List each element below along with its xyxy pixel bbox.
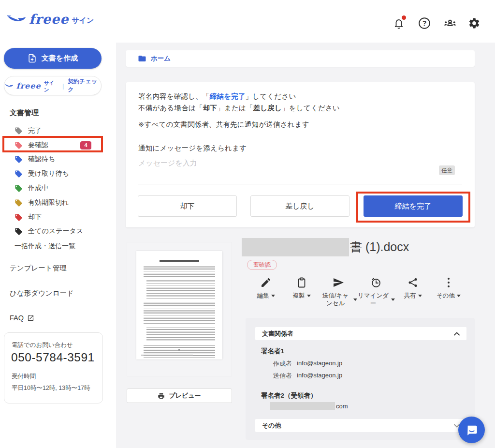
creator-row: 作成者 info@stageon.jp <box>273 359 342 368</box>
tag-icon <box>15 227 23 236</box>
complete-inline-link[interactable]: 締結を完了 <box>210 92 246 100</box>
contract-check-button[interactable]: freee サイン | 契約チェック <box>4 76 102 95</box>
participants-header-bar[interactable]: 文書関係者 <box>255 327 466 340</box>
complete-signing-button[interactable]: 締結を完了 <box>364 195 463 217</box>
redacted-document-title <box>242 238 349 256</box>
chat-widget-button[interactable] <box>458 417 485 443</box>
signing-notice-panel: 署名内容を確認し、「締結を完了」してください 不備がある場合は「却下」または「差… <box>126 82 475 227</box>
other-section-bar[interactable]: その他 <box>255 419 466 432</box>
reject-button[interactable]: 却下 <box>138 195 237 217</box>
status-badge-needs-review: 要確認 <box>247 260 277 270</box>
contact-hours-label: 受付時間 <box>12 373 36 381</box>
input-underline <box>138 184 462 184</box>
folder-icon <box>138 54 146 63</box>
sidebar-item-label: 有効期限切れ <box>28 198 69 207</box>
participants-section: 文書関係者 署名者1 作成者 info@stageon.jp 送信者 info@… <box>246 318 475 440</box>
sidebar-item-needs-review[interactable]: 要確認 4 <box>15 139 99 151</box>
return-button[interactable]: 差し戻し <box>250 195 349 217</box>
sidebar-item-label: 一括作成・送信一覧 <box>15 242 75 251</box>
sender-label: 送信者 <box>273 372 292 380</box>
members-icon <box>443 16 457 30</box>
contact-phone-number: 050-5784-3591 <box>11 351 95 364</box>
send-icon <box>333 277 344 288</box>
sidebar-item-expired[interactable]: 有効期限切れ <box>15 196 99 209</box>
chevron-down-icon <box>307 295 311 297</box>
external-link-icon <box>27 314 34 322</box>
thumbnail-title-line <box>160 260 200 262</box>
signer2-email-suffix: com <box>336 403 348 410</box>
action-label: 共有 <box>404 292 416 299</box>
sidebar-link-label: FAQ <box>10 314 24 322</box>
chevron-down-icon <box>271 295 275 297</box>
sender-email: info@stageon.jp <box>297 372 342 380</box>
reminder-action[interactable]: リマインダー <box>357 277 395 308</box>
breadcrumb-home-link[interactable]: ホーム <box>151 54 171 63</box>
phone-contact-card: 電話でのお問い合わせ 050-5784-3591 受付時間 平日10時〜12時,… <box>4 332 103 403</box>
share-action[interactable]: 共有 <box>395 277 431 308</box>
tag-icon <box>15 213 23 222</box>
notification-dot <box>402 15 406 20</box>
optional-badge: 任意 <box>439 165 455 175</box>
more-action[interactable]: その他 <box>431 277 466 308</box>
preview-button[interactable]: プレビュー <box>127 388 232 403</box>
action-label: その他 <box>437 292 455 299</box>
sidebar-link-template-management[interactable]: テンプレート管理 <box>10 264 67 273</box>
printer-icon <box>158 392 165 400</box>
tag-icon <box>15 155 23 164</box>
chevron-down-icon <box>391 299 395 301</box>
sidebar-link-label: テンプレート管理 <box>10 264 67 273</box>
pill-brand-suffix: サイン <box>44 80 58 93</box>
tag-icon <box>15 141 23 149</box>
sidebar-item-label: 却下 <box>28 213 42 222</box>
other-section-label: その他 <box>262 421 281 430</box>
sidebar-item-rejected[interactable]: 却下 <box>15 211 99 224</box>
action-label: リマインダー <box>357 292 389 308</box>
notice-text: 署名内容を確認し、「 <box>138 92 210 100</box>
sender-row: 送信者 info@stageon.jp <box>273 372 342 380</box>
notifications-button[interactable] <box>392 16 406 30</box>
redacted-signer2-email <box>270 402 335 410</box>
message-input[interactable] <box>138 159 462 183</box>
file-plus-icon <box>28 54 37 63</box>
logo-text: freee <box>29 12 69 27</box>
notice-bold-return: 差し戻し <box>253 104 282 112</box>
svg-text:?: ? <box>422 19 427 27</box>
share-icon <box>407 277 419 288</box>
notice-bold-reject: 却下 <box>203 104 217 112</box>
notice-line-2: 不備がある場合は「却下」または「差し戻し」をしてください <box>138 104 340 113</box>
sidebar-item-awaiting-confirmation[interactable]: 確認待ち <box>15 153 99 165</box>
chevron-down-icon <box>353 299 357 301</box>
action-label: 送信/キャンセル <box>320 292 351 308</box>
breadcrumb: ホーム <box>126 50 475 67</box>
sidebar-item-all-statuses[interactable]: 全てのステータス <box>15 225 99 238</box>
signer2-label: 署名者2（受領者） <box>261 391 317 400</box>
sidebar-link-faq[interactable]: FAQ <box>10 314 34 322</box>
duplicate-action[interactable]: 複製 <box>284 277 320 308</box>
edit-action[interactable]: 編集 <box>248 277 284 308</box>
sidebar-item-completed[interactable]: 完了 <box>15 124 99 137</box>
document-thumbnail[interactable] <box>136 251 222 359</box>
sidebar-link-label: ひな形ダウンロード <box>10 289 74 298</box>
needs-review-count-badge: 4 <box>80 141 91 149</box>
alarm-icon <box>370 277 382 288</box>
contact-title: 電話でのお問い合わせ <box>12 341 73 349</box>
notice-note: ※すべての文書関係者、共有先に通知が送信されます <box>138 120 309 129</box>
sidebar-item-label: 要確認 <box>28 141 48 149</box>
tag-icon <box>15 170 23 178</box>
create-document-button[interactable]: 文書を作成 <box>4 48 102 69</box>
sidebar-item-awaiting-receipt[interactable]: 受け取り待ち <box>15 167 99 180</box>
sidebar-item-label: 受け取り待ち <box>28 169 69 178</box>
sidebar-item-bulk-list[interactable]: 一括作成・送信一覧 <box>15 240 99 253</box>
sidebar-item-in-progress[interactable]: 作成中 <box>15 182 99 194</box>
settings-button[interactable] <box>467 16 481 30</box>
sidebar-link-template-download[interactable]: ひな形ダウンロード <box>10 289 74 298</box>
members-button[interactable] <box>443 16 457 30</box>
freee-sign-logo[interactable]: freee サイン <box>6 12 94 27</box>
help-button[interactable]: ? <box>417 16 432 30</box>
send-cancel-action[interactable]: 送信/キャンセル <box>320 277 357 308</box>
pill-divider: | <box>62 82 64 90</box>
document-preview-card <box>127 242 232 376</box>
gear-icon <box>468 17 480 30</box>
sidebar-item-label: 全てのステータス <box>28 227 83 236</box>
logo-suffix: サイン <box>72 16 94 25</box>
